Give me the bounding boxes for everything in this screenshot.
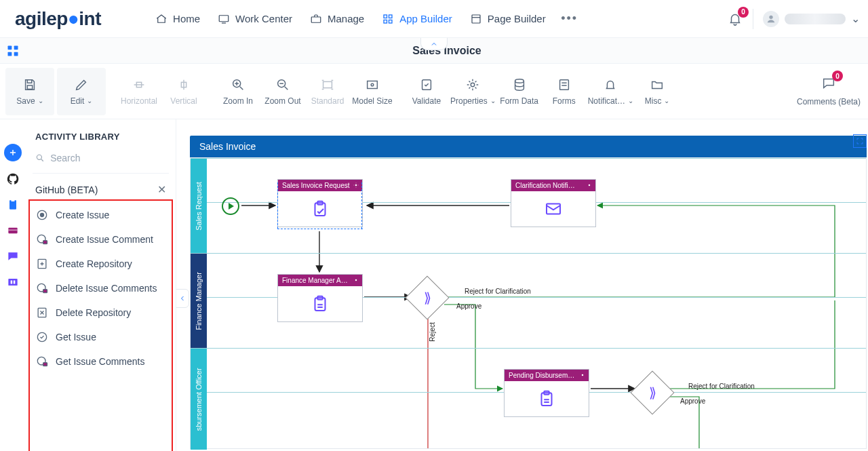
rail-github-button[interactable]: [5, 171, 21, 187]
gateway-disbursement[interactable]: ⟫: [630, 370, 674, 414]
rail-clipboard-button[interactable]: [5, 197, 21, 213]
process-canvas[interactable]: Sales Invoice: [176, 119, 868, 451]
svg-point-32: [41, 214, 44, 217]
avatar-icon: [763, 11, 779, 27]
form-data-button[interactable]: Form Data: [498, 68, 540, 115]
svg-rect-4: [384, 20, 387, 23]
swimlane-finance-manager[interactable]: Finance Manager Finance Manager Appr… ⟫ …: [191, 253, 866, 348]
activity-library-title: ACTIVITY LIBRARY: [35, 132, 169, 142]
github-activity-icon: [35, 306, 49, 319]
collapse-sidebar-button[interactable]: [176, 289, 189, 308]
github-icon: [6, 172, 20, 186]
align-horizontal-icon: [132, 77, 146, 92]
rail-chat-button[interactable]: [5, 248, 21, 264]
activity-item-get-issue-comments[interactable]: Get Issue Comments: [33, 349, 169, 374]
properties-button[interactable]: Properties⌄: [450, 68, 496, 115]
rail-card-button[interactable]: [5, 222, 21, 239]
container-icon: [6, 275, 20, 289]
bell-icon: [603, 77, 618, 92]
zoom-out-button[interactable]: Zoom Out: [262, 68, 304, 115]
gear-icon[interactable]: [579, 372, 586, 380]
swimlane-tab[interactable]: sbursement Officer: [191, 349, 207, 450]
align-vertical-button[interactable]: Vertical: [163, 68, 205, 115]
activity-search[interactable]: [33, 149, 169, 174]
edit-button[interactable]: Edit⌄: [57, 68, 106, 115]
swimlane-header[interactable]: Sales Invoice: [190, 136, 867, 157]
swimlanes: Sales Request Sales Invoice Request Clar…: [190, 157, 867, 449]
activity-item-get-issue[interactable]: Get Issue: [33, 325, 169, 349]
validate-button[interactable]: Validate: [406, 68, 448, 115]
swimlane-tab[interactable]: Finance Manager: [191, 254, 207, 348]
save-button[interactable]: Save⌄: [5, 68, 54, 115]
svg-rect-8: [8, 45, 12, 50]
connector-label: Reject for Clarification: [465, 288, 531, 295]
nav-more[interactable]: •••: [564, 13, 576, 25]
svg-rect-34: [43, 241, 47, 244]
rail-container-button[interactable]: [5, 274, 21, 290]
forms-button[interactable]: Forms: [543, 68, 585, 115]
svg-point-19: [371, 83, 374, 86]
activity-item-delete-issue-comments[interactable]: Delete Issue Comments: [33, 276, 169, 300]
folder-icon: [650, 77, 665, 92]
nav-home[interactable]: Home: [155, 13, 200, 25]
add-activity-button[interactable]: [4, 144, 22, 161]
nav-manage[interactable]: Manage: [310, 13, 364, 25]
activity-item-delete-repository[interactable]: Delete Repository: [33, 300, 169, 325]
activity-item-create-repository[interactable]: Create Repository: [33, 252, 169, 276]
nav-app-builder[interactable]: App Builder: [382, 13, 452, 25]
clipboard-lines-icon: [310, 294, 330, 314]
activity-clarification-notification[interactable]: Clarification Notifi…: [511, 179, 596, 227]
activity-finance-manager-approval[interactable]: Finance Manager Appr…: [277, 274, 363, 322]
svg-rect-27: [8, 279, 17, 286]
notifications-button[interactable]: 0: [727, 11, 743, 27]
user-menu[interactable]: ⌄: [763, 11, 860, 27]
zoom-model-size-button[interactable]: Model Size: [351, 68, 393, 115]
align-vertical-icon: [176, 77, 191, 92]
brand-logo: agilep●int: [15, 8, 101, 30]
align-horizontal-button[interactable]: Horizontal: [118, 68, 160, 115]
connector-label: Reject: [429, 322, 436, 341]
expand-icon: [856, 137, 864, 145]
svg-rect-12: [27, 85, 32, 89]
activity-sales-invoice-request[interactable]: Sales Invoice Request: [277, 179, 363, 227]
activity-search-input[interactable]: [50, 153, 166, 163]
notifications-toolbar-button[interactable]: Notificat…⌄: [588, 68, 633, 115]
gear-icon[interactable]: [586, 182, 593, 190]
divider: [753, 9, 753, 29]
expand-canvas-button[interactable]: [853, 134, 867, 148]
activity-item-create-issue[interactable]: Create Issue: [33, 203, 169, 227]
comments-button[interactable]: 0 Comments (Beta): [795, 68, 863, 115]
start-event[interactable]: [222, 197, 239, 215]
toolbar: Save⌄ Edit⌄ Horizontal Vertical Zoom In …: [0, 64, 868, 119]
nav-work-center[interactable]: Work Center: [218, 13, 292, 25]
github-activity-icon: [35, 330, 49, 344]
zoom-standard-button[interactable]: Standard: [307, 68, 349, 115]
zoom-in-button[interactable]: Zoom In: [217, 68, 259, 115]
app-grid-button[interactable]: [0, 44, 26, 58]
svg-point-21: [471, 83, 475, 87]
gear-icon[interactable]: [353, 182, 359, 190]
swimlane-tab[interactable]: Sales Request: [191, 159, 207, 253]
svg-rect-9: [14, 45, 18, 50]
collapse-header-button[interactable]: [420, 38, 448, 50]
svg-rect-41: [43, 363, 47, 366]
briefcase-icon: [310, 13, 322, 25]
close-group-button[interactable]: ✕: [157, 183, 166, 196]
chat-icon: [6, 250, 20, 263]
monitor-icon: [218, 13, 230, 25]
zoom-out-icon: [275, 77, 290, 92]
activity-library-panel: ACTIVITY LIBRARY GitHub (BETA) ✕ Create …: [26, 119, 176, 451]
activity-item-create-issue-comment[interactable]: Create Issue Comment: [33, 227, 169, 252]
validate-icon: [419, 77, 434, 92]
gear-icon[interactable]: [353, 277, 359, 285]
activity-pending-disbursement[interactable]: Pending Disbursement: [504, 369, 589, 417]
svg-point-7: [769, 15, 772, 18]
svg-rect-53: [547, 204, 560, 214]
swimlane-disbursement-officer[interactable]: sbursement Officer Pending Disbursement …: [191, 348, 866, 450]
svg-rect-1: [311, 17, 321, 22]
connector-label: Approve: [680, 397, 705, 405]
misc-button[interactable]: Misc⌄: [636, 68, 678, 115]
nav-page-builder[interactable]: Page Builder: [470, 13, 546, 25]
gateway-finance[interactable]: ⟫: [405, 275, 449, 319]
swimlane-sales-request[interactable]: Sales Request Sales Invoice Request Clar…: [191, 158, 866, 253]
